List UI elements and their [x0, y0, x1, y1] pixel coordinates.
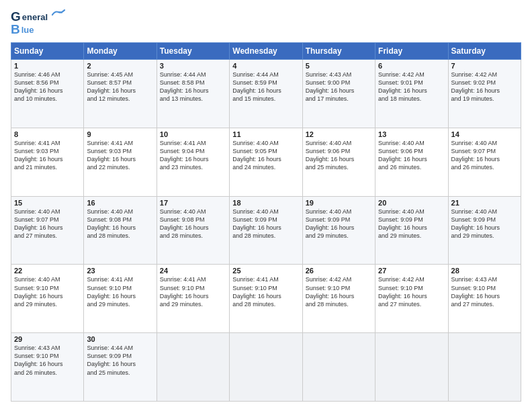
- calendar-cell: 15Sunrise: 4:40 AMSunset: 9:07 PMDayligh…: [11, 196, 84, 265]
- calendar-cell: 29Sunrise: 4:43 AMSunset: 9:10 PMDayligh…: [11, 333, 84, 402]
- calendar-cell: 10Sunrise: 4:41 AMSunset: 9:04 PMDayligh…: [157, 128, 229, 196]
- day-number: 4: [232, 62, 299, 70]
- day-content: Sunrise: 4:41 AMSunset: 9:04 PMDaylight:…: [160, 139, 226, 172]
- calendar-cell: 13Sunrise: 4:40 AMSunset: 9:06 PMDayligh…: [375, 128, 448, 196]
- calendar-cell: 24Sunrise: 4:41 AMSunset: 9:10 PMDayligh…: [157, 265, 229, 333]
- day-content: Sunrise: 4:43 AMSunset: 9:10 PMDaylight:…: [14, 344, 81, 377]
- day-number: 2: [87, 62, 153, 70]
- col-header-thursday: Thursday: [302, 43, 375, 60]
- logo-bird-icon: [51, 9, 66, 18]
- day-content: Sunrise: 4:40 AMSunset: 9:05 PMDaylight:…: [232, 139, 299, 172]
- col-header-saturday: Saturday: [448, 43, 521, 60]
- calendar-cell: 7Sunrise: 4:42 AMSunset: 9:02 PMDaylight…: [448, 60, 521, 128]
- logo-eneral: eneral: [22, 12, 48, 22]
- header: G eneral B lue: [11, 9, 521, 37]
- calendar-cell: 5Sunrise: 4:43 AMSunset: 9:00 PMDaylight…: [302, 60, 375, 128]
- day-number: 29: [14, 335, 81, 343]
- day-number: 23: [87, 267, 153, 275]
- day-number: 28: [451, 267, 518, 275]
- day-content: Sunrise: 4:45 AMSunset: 8:57 PMDaylight:…: [87, 71, 153, 103]
- calendar-cell: 27Sunrise: 4:42 AMSunset: 9:10 PMDayligh…: [375, 265, 448, 333]
- calendar-cell: 12Sunrise: 4:40 AMSunset: 9:06 PMDayligh…: [302, 128, 375, 196]
- day-content: Sunrise: 4:41 AMSunset: 9:10 PMDaylight:…: [87, 275, 153, 308]
- calendar-cell: [375, 333, 448, 402]
- day-number: 10: [160, 130, 226, 138]
- calendar-cell: 18Sunrise: 4:40 AMSunset: 9:09 PMDayligh…: [230, 196, 302, 265]
- day-number: 9: [87, 130, 153, 138]
- day-content: Sunrise: 4:41 AMSunset: 9:10 PMDaylight:…: [232, 275, 299, 308]
- day-number: 19: [306, 199, 372, 207]
- col-header-monday: Monday: [84, 43, 157, 60]
- day-number: 26: [306, 267, 372, 275]
- day-content: Sunrise: 4:41 AMSunset: 9:03 PMDaylight:…: [87, 139, 153, 172]
- logo-b-blue: B: [11, 22, 20, 37]
- day-number: 14: [451, 130, 518, 138]
- calendar-cell: 8Sunrise: 4:41 AMSunset: 9:03 PMDaylight…: [11, 128, 84, 196]
- day-content: Sunrise: 4:40 AMSunset: 9:07 PMDaylight:…: [451, 139, 518, 172]
- day-content: Sunrise: 4:40 AMSunset: 9:09 PMDaylight:…: [306, 208, 372, 240]
- day-number: 27: [378, 267, 445, 275]
- day-number: 7: [451, 62, 518, 70]
- day-content: Sunrise: 4:41 AMSunset: 9:10 PMDaylight:…: [160, 275, 226, 308]
- calendar-cell: 16Sunrise: 4:40 AMSunset: 9:08 PMDayligh…: [84, 196, 157, 265]
- day-number: 8: [14, 130, 81, 138]
- day-number: 3: [160, 62, 226, 70]
- day-number: 24: [160, 267, 226, 275]
- calendar-cell: 25Sunrise: 4:41 AMSunset: 9:10 PMDayligh…: [230, 265, 302, 333]
- col-header-friday: Friday: [375, 43, 448, 60]
- logo: G eneral B lue: [11, 9, 66, 37]
- calendar-cell: 26Sunrise: 4:42 AMSunset: 9:10 PMDayligh…: [302, 265, 375, 333]
- col-header-wednesday: Wednesday: [230, 43, 302, 60]
- calendar-cell: 30Sunrise: 4:44 AMSunset: 9:09 PMDayligh…: [84, 333, 157, 402]
- day-content: Sunrise: 4:40 AMSunset: 9:10 PMDaylight:…: [14, 275, 81, 308]
- day-content: Sunrise: 4:43 AMSunset: 9:00 PMDaylight:…: [306, 71, 372, 103]
- calendar-cell: [302, 333, 375, 402]
- day-content: Sunrise: 4:40 AMSunset: 9:09 PMDaylight:…: [378, 208, 445, 240]
- day-number: 6: [378, 62, 445, 70]
- day-number: 30: [87, 335, 153, 343]
- day-content: Sunrise: 4:40 AMSunset: 9:09 PMDaylight:…: [451, 208, 518, 240]
- day-number: 13: [378, 130, 445, 138]
- day-content: Sunrise: 4:40 AMSunset: 9:08 PMDaylight:…: [160, 208, 226, 240]
- day-content: Sunrise: 4:42 AMSunset: 9:01 PMDaylight:…: [378, 71, 445, 103]
- calendar-cell: 28Sunrise: 4:43 AMSunset: 9:10 PMDayligh…: [448, 265, 521, 333]
- day-content: Sunrise: 4:44 AMSunset: 9:09 PMDaylight:…: [87, 344, 153, 377]
- calendar-cell: 23Sunrise: 4:41 AMSunset: 9:10 PMDayligh…: [84, 265, 157, 333]
- day-number: 11: [232, 130, 299, 138]
- calendar-cell: 6Sunrise: 4:42 AMSunset: 9:01 PMDaylight…: [375, 60, 448, 128]
- calendar-cell: 19Sunrise: 4:40 AMSunset: 9:09 PMDayligh…: [302, 196, 375, 265]
- calendar-cell: 22Sunrise: 4:40 AMSunset: 9:10 PMDayligh…: [11, 265, 84, 333]
- day-number: 1: [14, 62, 81, 70]
- day-content: Sunrise: 4:46 AMSunset: 8:56 PMDaylight:…: [14, 71, 81, 103]
- calendar-cell: 14Sunrise: 4:40 AMSunset: 9:07 PMDayligh…: [448, 128, 521, 196]
- day-number: 12: [306, 130, 372, 138]
- day-content: Sunrise: 4:42 AMSunset: 9:02 PMDaylight:…: [451, 71, 518, 103]
- calendar-cell: 2Sunrise: 4:45 AMSunset: 8:57 PMDaylight…: [84, 60, 157, 128]
- day-number: 21: [451, 199, 518, 207]
- col-header-sunday: Sunday: [11, 43, 84, 60]
- day-number: 16: [87, 199, 153, 207]
- day-content: Sunrise: 4:40 AMSunset: 9:06 PMDaylight:…: [378, 139, 445, 172]
- day-number: 18: [232, 199, 299, 207]
- day-content: Sunrise: 4:40 AMSunset: 9:07 PMDaylight:…: [14, 208, 81, 240]
- logo-lue: lue: [21, 25, 34, 35]
- day-number: 22: [14, 267, 81, 275]
- calendar-cell: [230, 333, 302, 402]
- day-number: 20: [378, 199, 445, 207]
- day-content: Sunrise: 4:40 AMSunset: 9:09 PMDaylight:…: [232, 208, 299, 240]
- col-header-tuesday: Tuesday: [157, 43, 229, 60]
- page: G eneral B lue SundayMondayTuesdayWednes…: [0, 0, 532, 411]
- calendar-cell: 4Sunrise: 4:44 AMSunset: 8:59 PMDaylight…: [230, 60, 302, 128]
- day-content: Sunrise: 4:42 AMSunset: 9:10 PMDaylight:…: [378, 275, 445, 308]
- calendar-cell: [448, 333, 521, 402]
- calendar-table: SundayMondayTuesdayWednesdayThursdayFrid…: [11, 42, 521, 402]
- day-content: Sunrise: 4:41 AMSunset: 9:03 PMDaylight:…: [14, 139, 81, 172]
- calendar-cell: [157, 333, 229, 402]
- calendar-cell: 1Sunrise: 4:46 AMSunset: 8:56 PMDaylight…: [11, 60, 84, 128]
- day-content: Sunrise: 4:43 AMSunset: 9:10 PMDaylight:…: [451, 275, 518, 308]
- day-content: Sunrise: 4:42 AMSunset: 9:10 PMDaylight:…: [306, 275, 372, 308]
- calendar-cell: 3Sunrise: 4:44 AMSunset: 8:58 PMDaylight…: [157, 60, 229, 128]
- day-content: Sunrise: 4:40 AMSunset: 9:08 PMDaylight:…: [87, 208, 153, 240]
- day-number: 17: [160, 199, 226, 207]
- calendar-cell: 20Sunrise: 4:40 AMSunset: 9:09 PMDayligh…: [375, 196, 448, 265]
